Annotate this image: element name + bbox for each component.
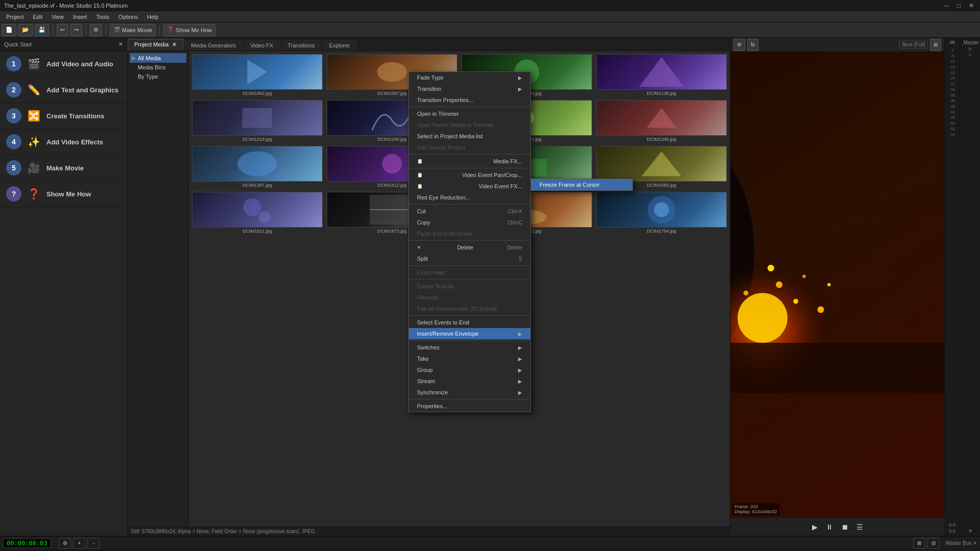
ctx-event-heal[interactable]: Event Heal: [409, 267, 530, 278]
tl-end-btn[interactable]: ⊞: [913, 538, 925, 549]
media-thumb-8[interactable]: DCIM1345.jpg: [595, 99, 728, 143]
master-bus-header[interactable]: Master Bus ✕: [946, 540, 977, 546]
ctx-synchronize[interactable]: Synchronize ▶: [409, 387, 530, 398]
tab-project-media[interactable]: Project Media ✕: [128, 39, 183, 51]
step-help-num: ?: [6, 186, 21, 202]
tl-end2-btn[interactable]: ⊟: [927, 538, 940, 549]
tab-video-fx[interactable]: Video FX: [243, 40, 280, 51]
menu-edit[interactable]: Edit: [29, 13, 46, 21]
ctx-media-fx[interactable]: 📋 Media FX...: [409, 156, 530, 167]
menu-insert[interactable]: Insert: [69, 13, 91, 21]
step-help[interactable]: ? ❓ Show Me How: [0, 181, 127, 207]
ctx-transition[interactable]: Transition ▶: [409, 83, 530, 94]
ctx-cut[interactable]: Cut Ctrl+X: [409, 206, 530, 217]
ctx-select-events-end[interactable]: Select Events to End: [409, 317, 530, 328]
ctx-stream[interactable]: Stream ▶: [409, 375, 530, 387]
tree-all-media[interactable]: ▶ All Media: [130, 53, 186, 63]
menu-help[interactable]: Help: [143, 13, 163, 21]
tab-explorer[interactable]: Explorer: [323, 40, 357, 51]
menu-options[interactable]: Options: [114, 13, 142, 21]
undo-button[interactable]: ↩: [57, 24, 68, 36]
media-thumb-1[interactable]: DCIM1063.jpg: [191, 53, 324, 97]
preview-quality[interactable]: Best (Full): [899, 41, 928, 48]
master-bus-title: Master: [963, 40, 979, 45]
media-thumb-9[interactable]: DCIM1387.jpg: [191, 145, 324, 189]
vu-54: -54: [949, 132, 955, 137]
ctx-video-pan-crop[interactable]: 📋 Video Event Pan/Crop...: [409, 169, 530, 181]
svg-rect-12: [529, 159, 547, 176]
ctx-pair-stereo-label: Pair as Stereoscopic 3D Subclip: [417, 306, 497, 312]
ctx-properties[interactable]: Properties...: [409, 400, 530, 412]
ctx-take[interactable]: Take ▶: [409, 353, 530, 364]
open-button[interactable]: 📂: [18, 24, 33, 36]
thumb-label-10: DCIM1412.jpg: [377, 183, 407, 188]
svg-point-9: [237, 152, 277, 177]
step-1[interactable]: 1 🎬 Add Video and Audio: [0, 51, 127, 77]
ctx-switches-arrow: ▶: [518, 345, 522, 350]
quick-start-close[interactable]: ✕: [118, 41, 123, 47]
ctx-create-subclip[interactable]: Create Subclip: [409, 281, 530, 292]
minimize-btn[interactable]: ─: [942, 2, 951, 9]
redo-button[interactable]: ↪: [70, 24, 82, 36]
ctx-transition-props-label: Transition Properties...: [417, 97, 473, 103]
save-button[interactable]: 💾: [35, 24, 49, 36]
ctx-video-event-fx[interactable]: 📋 Video Event FX...: [409, 181, 530, 192]
prev-play-btn[interactable]: ▶: [810, 522, 820, 532]
master-bus-close[interactable]: ✕: [968, 528, 972, 534]
new-button[interactable]: 📄: [2, 24, 16, 36]
ctx-select-project-media[interactable]: Select in Project Media list: [409, 131, 530, 142]
ctx-switches[interactable]: Switches ▶: [409, 342, 530, 353]
menu-view[interactable]: View: [47, 13, 68, 21]
ctx-pair-stereo[interactable]: Pair as Stereoscopic 3D Subclip: [409, 303, 530, 314]
tree-media-bins[interactable]: Media Bins: [130, 63, 186, 72]
tl-zoom-in-btn[interactable]: +: [73, 538, 85, 549]
tree-by-type[interactable]: By Type: [130, 72, 186, 81]
ctx-open-trimmer[interactable]: Open in Trimmer: [409, 108, 530, 119]
tab-transitions[interactable]: Transitions: [281, 40, 321, 51]
ctx-group[interactable]: Group ▶: [409, 364, 530, 375]
window-controls[interactable]: ─ □ ✕: [942, 2, 976, 9]
ctx-reverse[interactable]: Reverse: [409, 292, 530, 303]
tab-media-generators[interactable]: Media Generators: [184, 40, 242, 51]
ctx-transition-props[interactable]: Transition Properties...: [409, 94, 530, 106]
step-3[interactable]: 3 🔀 Create Transitions: [0, 103, 127, 129]
maximize-btn[interactable]: □: [955, 2, 963, 9]
preview-grid-btn[interactable]: ⊞: [930, 39, 941, 51]
ctx-split[interactable]: Split S: [409, 253, 530, 264]
quick-start-header: Quick Start ✕: [0, 38, 127, 51]
ctx-copy[interactable]: Copy Ctrl+C: [409, 217, 530, 228]
media-thumb-13[interactable]: DCIM1621.jpg: [191, 191, 324, 235]
ctx-delete[interactable]: ✕ Delete Delete: [409, 242, 530, 253]
make-movie-button[interactable]: 🎬 Make Movie: [110, 24, 156, 36]
tl-settings-btn[interactable]: ⚙: [59, 538, 71, 549]
menu-tools[interactable]: Tools: [92, 13, 113, 21]
ctx-paste-attrs[interactable]: Paste Event Attributes: [409, 228, 530, 239]
prev-list-btn[interactable]: ☰: [854, 522, 865, 532]
ctx-insert-remove-envelope[interactable]: Insert/Remove Envelope ▶: [409, 328, 530, 339]
ctx-create-subclip-label: Create Subclip: [417, 283, 454, 289]
ctx-edit-source[interactable]: Edit Source Project: [409, 142, 530, 153]
ctx-fade-type[interactable]: Fade Type ▶: [409, 72, 530, 83]
title-bar: The_last_episode.vf - Movie Studio 15.0 …: [0, 0, 980, 11]
step-4[interactable]: 4 ✨ Add Video Effects: [0, 129, 127, 155]
preview-info: Frame: 203 Display: 613x345x32: [732, 503, 779, 515]
preview-settings-btn[interactable]: ⚙: [733, 39, 745, 51]
ctx-red-eye[interactable]: Red Eye Reduction...: [409, 192, 530, 203]
media-thumb-5[interactable]: DCIM1219.jpg: [191, 99, 324, 143]
show-me-button[interactable]: ❓ Show Me How: [163, 24, 215, 36]
tab-project-media-close[interactable]: ✕: [172, 41, 177, 47]
prev-pause-btn[interactable]: ⏸: [824, 522, 835, 532]
ctx-open-parent[interactable]: Open Parent Media in Trimmer: [409, 119, 530, 131]
thumb-img-1: [192, 54, 323, 90]
media-thumb-16[interactable]: DCIM1754.jpg: [595, 191, 728, 235]
prev-stop-btn[interactable]: ⏹: [839, 522, 850, 532]
close-btn[interactable]: ✕: [967, 2, 976, 9]
menu-project[interactable]: Project: [2, 13, 28, 21]
step-5[interactable]: 5 🎥 Make Movie: [0, 155, 127, 181]
submenu-freeze-frame[interactable]: Freeze Frame at Cursor: [531, 179, 632, 190]
media-thumb-4[interactable]: DCIM1138.jpg: [595, 53, 728, 97]
preview-fx-btn[interactable]: fx: [747, 39, 758, 51]
tl-zoom-out-btn[interactable]: -: [87, 538, 100, 549]
step-2[interactable]: 2 ✏️ Add Text and Graphics: [0, 77, 127, 103]
settings-button[interactable]: ⚙: [90, 24, 102, 36]
